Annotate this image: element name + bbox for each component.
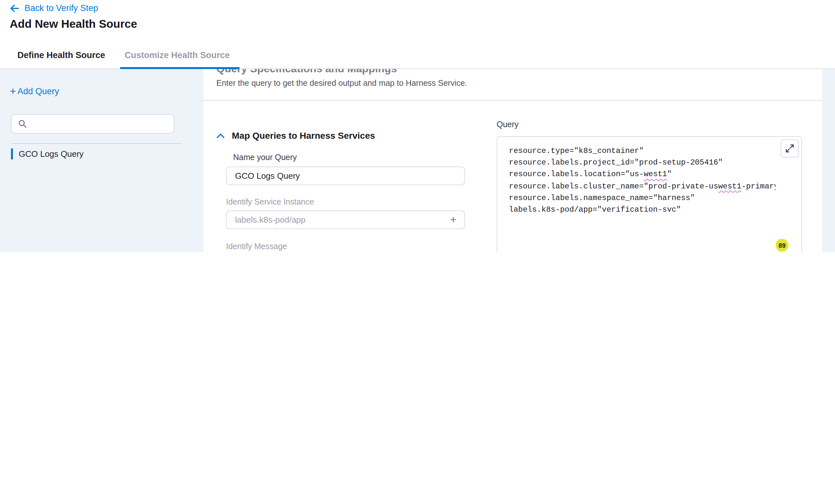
query-line: resource.type="k8s_container" bbox=[509, 145, 776, 157]
sidebar-divider bbox=[11, 143, 181, 144]
map-queries-heading: Map Queries to Harness Services bbox=[232, 130, 375, 141]
card-divider bbox=[203, 100, 822, 101]
service-instance-input[interactable] bbox=[226, 210, 465, 229]
selected-indicator bbox=[11, 148, 13, 159]
query-item-label: GCO Logs Query bbox=[19, 149, 84, 159]
query-line: resource.labels.location="us-west1" bbox=[509, 169, 776, 181]
expand-query-button[interactable] bbox=[781, 140, 799, 158]
active-tab-indicator bbox=[120, 67, 240, 69]
query-line: resource.labels.project_id="prod-setup-2… bbox=[509, 157, 776, 168]
add-query-label: Add Query bbox=[17, 86, 59, 96]
app-window: Back to Verify Step Add New Health Sourc… bbox=[0, 0, 835, 252]
page-title: Add New Health Source bbox=[10, 17, 137, 31]
back-link[interactable]: Back to Verify Step bbox=[10, 3, 98, 13]
query-line: resource.labels.cluster_name="prod-priva… bbox=[509, 181, 776, 192]
query-sidebar: + Add Query GCO Logs Query bbox=[0, 68, 203, 252]
query-name-input[interactable] bbox=[226, 167, 465, 185]
back-link-label: Back to Verify Step bbox=[24, 3, 98, 13]
query-label: Query bbox=[496, 120, 518, 129]
content-area: + Add Query GCO Logs Query Query Specifi… bbox=[0, 68, 835, 252]
sidebar-item-gco-logs-query[interactable]: GCO Logs Query bbox=[11, 146, 192, 161]
add-query-button[interactable]: + Add Query bbox=[10, 86, 59, 96]
back-arrow-icon bbox=[10, 3, 19, 13]
expand-icon bbox=[785, 144, 794, 153]
query-editor[interactable]: resource.type="k8s_container"resource.la… bbox=[496, 136, 802, 252]
query-specifications-card: Query Specifications and Mappings Enter … bbox=[203, 68, 822, 252]
query-line: labels.k8s-pod/app="verification-svc" bbox=[509, 204, 776, 215]
page-header: Back to Verify Step Add New Health Sourc… bbox=[0, 0, 835, 69]
plus-icon: + bbox=[10, 87, 16, 96]
identify-service-instance-label: Identify Service Instance bbox=[226, 197, 314, 207]
query-search-box bbox=[11, 114, 175, 133]
name-your-query-label: Name your Query bbox=[233, 153, 297, 162]
section-subtitle: Enter the query to get the desired outpu… bbox=[216, 79, 467, 88]
tab-customize-health-source[interactable]: Customize Health Source bbox=[125, 50, 230, 60]
chevron-up-icon bbox=[216, 133, 225, 139]
query-text: resource.type="k8s_container"resource.la… bbox=[509, 145, 776, 215]
char-count-badge: 89 bbox=[776, 239, 789, 252]
search-icon bbox=[18, 119, 27, 128]
query-line: resource.labels.namespace_name="harness" bbox=[509, 192, 776, 204]
identify-message-label: Identify Message bbox=[226, 242, 287, 251]
map-queries-header[interactable]: Map Queries to Harness Services bbox=[216, 130, 375, 141]
tab-define-health-source[interactable]: Define Health Source bbox=[17, 50, 105, 60]
query-search-input[interactable] bbox=[32, 119, 167, 129]
service-instance-add-icon[interactable]: + bbox=[448, 214, 459, 226]
